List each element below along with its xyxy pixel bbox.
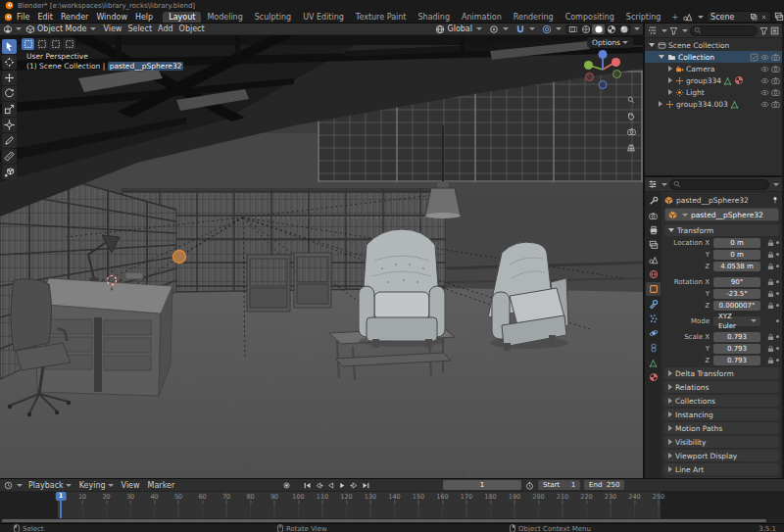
navigation-gizmo[interactable] [582, 49, 623, 92]
workspace-tab-layout[interactable]: Layout [163, 12, 201, 23]
display-mode-caret[interactable] [682, 29, 688, 32]
properties-tab-world[interactable] [646, 267, 661, 281]
lock-icon[interactable] [767, 278, 774, 286]
auto-keying-record-icon[interactable] [282, 481, 291, 490]
lock-icon[interactable] [767, 333, 774, 341]
end-frame-field[interactable]: End250 [584, 480, 624, 490]
editor-type-icon[interactable] [3, 24, 13, 34]
workspace-tab-animation[interactable]: Animation [456, 12, 508, 23]
properties-tab-material[interactable] [646, 370, 661, 384]
shading-wireframe[interactable] [579, 24, 592, 34]
timeline-menu-view[interactable]: View [118, 481, 144, 490]
select-mode-invert[interactable] [63, 38, 75, 50]
eye-toggle-icon[interactable] [760, 100, 769, 109]
lock-icon[interactable] [767, 290, 774, 298]
properties-editor-icon[interactable] [648, 179, 658, 189]
tool-annotate[interactable] [2, 133, 17, 148]
properties-tab-tool[interactable] [646, 194, 661, 208]
transform-value-field[interactable]: 4.0538 m [713, 262, 760, 271]
current-frame-indicator[interactable]: 1 [56, 492, 67, 501]
properties-tab-view-layer[interactable] [646, 238, 661, 252]
properties-tab-object[interactable] [646, 282, 661, 296]
xray-toggle[interactable] [566, 24, 579, 34]
checkbox-toggle-icon[interactable] [750, 53, 759, 62]
tool-cursor[interactable] [2, 55, 17, 70]
properties-tab-physics[interactable] [646, 326, 661, 340]
section-motion-paths[interactable]: Motion Paths [664, 422, 779, 434]
current-frame-field[interactable]: 1 [443, 480, 521, 490]
section-collections[interactable]: Collections [664, 395, 779, 407]
section-line-art[interactable]: Line Art [664, 463, 779, 475]
properties-search-input[interactable] [669, 179, 769, 190]
new-scene-icon[interactable] [750, 13, 758, 21]
transform-value-field[interactable]: 0.793 [713, 344, 760, 354]
properties-tab-render[interactable] [646, 209, 661, 222]
scene-selector[interactable]: Scene [707, 11, 771, 23]
animate-dot-icon[interactable] [776, 335, 779, 338]
menu-render[interactable]: Render [57, 13, 92, 22]
animate-dot-icon[interactable] [776, 359, 779, 362]
tool-rotate[interactable] [2, 86, 17, 101]
transform-section-header[interactable]: Transform [664, 224, 779, 236]
workspace-tab-modeling[interactable]: Modeling [201, 12, 248, 23]
lock-icon[interactable] [767, 239, 774, 247]
properties-tab-particles[interactable] [646, 312, 661, 325]
eye-toggle-icon[interactable] [760, 76, 769, 85]
previous-keyframe-icon[interactable] [315, 481, 323, 490]
section-viewport-display[interactable]: Viewport Display [664, 450, 779, 461]
pin-icon[interactable] [771, 196, 779, 204]
workspace-tab-rendering[interactable]: Rendering [508, 12, 560, 23]
section-delta-transform[interactable]: Delta Transform [664, 367, 779, 379]
blender-menu-icon[interactable] [4, 13, 13, 22]
timeline-menu-marker[interactable]: Marker [144, 481, 179, 490]
animate-dot-icon[interactable] [776, 347, 779, 350]
camera-toggle-icon[interactable] [771, 65, 780, 73]
timeline-editor-icon[interactable] [4, 481, 13, 490]
workspace-tab-shading[interactable]: Shading [412, 12, 456, 23]
proportional-editing-toggle[interactable] [539, 24, 564, 34]
snap-toggle[interactable] [513, 24, 538, 34]
zoom-icon[interactable] [626, 96, 636, 104]
mode-selector[interactable]: Object Mode [23, 24, 99, 34]
workspace-tab-uv-editing[interactable]: UV Editing [297, 12, 350, 23]
transform-value-field[interactable]: 90° [713, 277, 760, 287]
properties-editor-caret[interactable] [662, 183, 667, 186]
transform-value-field[interactable]: 0.793 [713, 356, 760, 365]
select-mode-subtract[interactable] [49, 38, 62, 50]
camera-toggle-icon[interactable] [771, 88, 780, 97]
outliner-row-collection[interactable]: Collection [645, 51, 782, 63]
shading-options-caret[interactable] [634, 27, 640, 30]
tool-move[interactable] [2, 71, 17, 85]
viewport-menu-select[interactable]: Select [124, 24, 155, 33]
lock-icon[interactable] [767, 251, 774, 259]
camera-toggle-icon[interactable] [771, 53, 780, 62]
pivot-point-selector[interactable] [486, 24, 512, 34]
animate-dot-icon[interactable] [776, 253, 779, 256]
perspective-toggle-icon[interactable] [626, 143, 636, 153]
outliner-row-camera[interactable]: Camera [645, 63, 782, 74]
jump-to-start-icon[interactable] [303, 481, 312, 490]
view-layer-icon[interactable] [774, 12, 784, 22]
transform-value-field[interactable]: 0 m [713, 250, 760, 260]
viewport-menu-object[interactable]: Object [176, 24, 208, 33]
outliner-editor-caret[interactable] [662, 29, 667, 32]
section-visibility[interactable]: Visibility [664, 436, 779, 448]
animate-dot-icon[interactable] [776, 280, 779, 283]
select-mode-new[interactable] [22, 38, 34, 50]
start-frame-field[interactable]: Start1 [538, 480, 580, 490]
properties-tab-modifiers[interactable] [646, 297, 661, 311]
animate-dot-icon[interactable] [776, 292, 779, 295]
lock-icon[interactable] [767, 263, 774, 270]
scene-icon[interactable] [683, 12, 693, 22]
next-keyframe-icon[interactable] [350, 481, 359, 490]
play-icon[interactable] [338, 481, 347, 490]
select-mode-extend[interactable] [35, 38, 48, 50]
menu-edit[interactable]: Edit [33, 13, 57, 22]
lock-icon[interactable] [767, 357, 774, 364]
options-button[interactable]: Options [587, 37, 633, 48]
animate-dot-icon[interactable] [776, 241, 779, 244]
menu-file[interactable]: File [13, 13, 33, 22]
camera-view-icon[interactable] [626, 127, 636, 136]
outliner-editor-icon[interactable] [648, 25, 658, 35]
animate-dot-icon[interactable] [776, 304, 779, 307]
